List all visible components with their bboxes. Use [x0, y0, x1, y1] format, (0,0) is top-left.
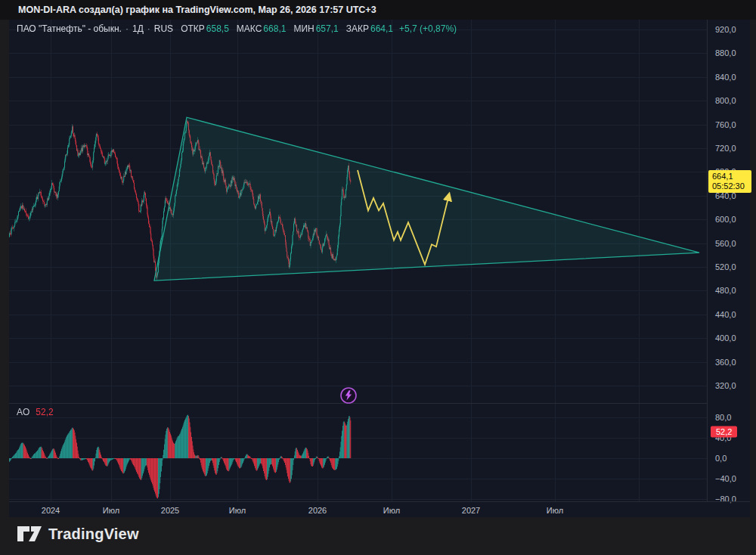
price-tick-label: 920,0 — [715, 25, 736, 34]
ohlc-field-label: МАКС — [237, 23, 262, 34]
price-tick-label: 600,0 — [715, 215, 736, 224]
attribution-bar: MON-DI-ARA создал(а) график на TradingVi… — [0, 0, 756, 20]
time-tick-label: 2025 — [161, 506, 179, 515]
price-tick-label: 520,0 — [715, 262, 736, 271]
time-tick-label: 2024 — [42, 506, 60, 515]
candlestick-canvas[interactable] — [9, 20, 707, 403]
legend-separator: · — [125, 23, 129, 34]
time-tick-label: 2026 — [308, 506, 327, 515]
price-tick-label: 320,0 — [715, 381, 736, 390]
ohlc-field-label: ЗАКР — [346, 23, 369, 34]
price-tick-label: 880,0 — [715, 48, 736, 57]
tradingview-logo-text: TradingView — [48, 526, 139, 543]
ao-value-badge: 52,2 — [711, 426, 737, 437]
exchange-label: RUS — [154, 23, 173, 34]
last-price-value: 664,1 — [712, 172, 751, 181]
ohlc-field-value: 657,1 — [316, 23, 339, 34]
ao-indicator-label[interactable]: AO52,2 — [17, 407, 54, 417]
tradingview-logo[interactable]: TradingView — [17, 524, 139, 544]
time-tick-label: Июл — [383, 506, 400, 515]
ohlc-field-value: 658,5 — [206, 23, 229, 34]
price-tick-label: 560,0 — [715, 239, 736, 248]
legend-row: ПАО "Татнефть" - обыкн.·1Д·RUSОТКР658,5М… — [17, 23, 457, 34]
time-scale[interactable]: 2024Июл2025Июл2026Июл2027Июл — [9, 501, 750, 518]
time-tick-label: Июл — [547, 506, 563, 515]
ao-last-value: 52,2 — [36, 407, 53, 417]
ohlc-field-label: ОТКР — [181, 23, 205, 34]
price-tick-label: 360,0 — [715, 358, 736, 367]
ao-tick-label: 0,0 — [715, 454, 727, 463]
ao-histogram-canvas[interactable] — [9, 403, 707, 501]
ohlc-field-label: МИН — [293, 23, 314, 34]
chart-surface[interactable]: ПАО "Татнефть" - обыкн.·1Д·RUSОТКР658,5М… — [9, 20, 750, 517]
price-tick-label: 800,0 — [715, 96, 736, 105]
attribution-text: MON-DI-ARA создал(а) график на TradingVi… — [18, 5, 376, 15]
tradingview-chart-app: MON-DI-ARA создал(а) график на TradingVi… — [0, 0, 756, 555]
tradingview-logo-icon — [17, 524, 42, 544]
price-tick-label: 400,0 — [715, 333, 736, 343]
symbol-name[interactable]: ПАО "Татнефть" - обыкн. — [17, 23, 122, 34]
bar-countdown: 05:52:30 — [712, 181, 751, 191]
price-tick-label: 840,0 — [715, 73, 736, 82]
change-value: +5,7 (+0,87%) — [399, 23, 457, 34]
ao-tick-label: −40,0 — [715, 474, 736, 483]
price-tick-label: 760,0 — [715, 120, 736, 129]
price-tick-label: 720,0 — [715, 144, 736, 153]
ohlc-field-value: 668,1 — [263, 23, 286, 34]
ao-name: AO — [17, 407, 29, 417]
price-tick-label: 480,0 — [715, 286, 736, 295]
time-tick-label: 2027 — [462, 506, 480, 515]
bottom-bar: TradingView — [0, 517, 756, 555]
ohlc-field-value: 664,1 — [370, 23, 393, 34]
last-price-badge[interactable]: 664,1 05:52:30 — [708, 170, 751, 193]
legend-separator2: · — [147, 23, 150, 34]
interval-label[interactable]: 1Д — [132, 23, 144, 34]
ao-tick-label: 80,0 — [715, 413, 731, 422]
price-tick-label: 440,0 — [715, 310, 736, 319]
ohlc-values: ОТКР658,5МАКС668,1МИН657,1ЗАКР664,1 — [173, 23, 393, 34]
time-tick-label: Июл — [229, 506, 246, 515]
lightning-event-marker[interactable] — [339, 386, 358, 405]
time-tick-label: Июл — [103, 506, 119, 515]
price-scale[interactable]: 664,1 05:52:30 52,2 920,0880,0840,0800,0… — [707, 20, 751, 501]
